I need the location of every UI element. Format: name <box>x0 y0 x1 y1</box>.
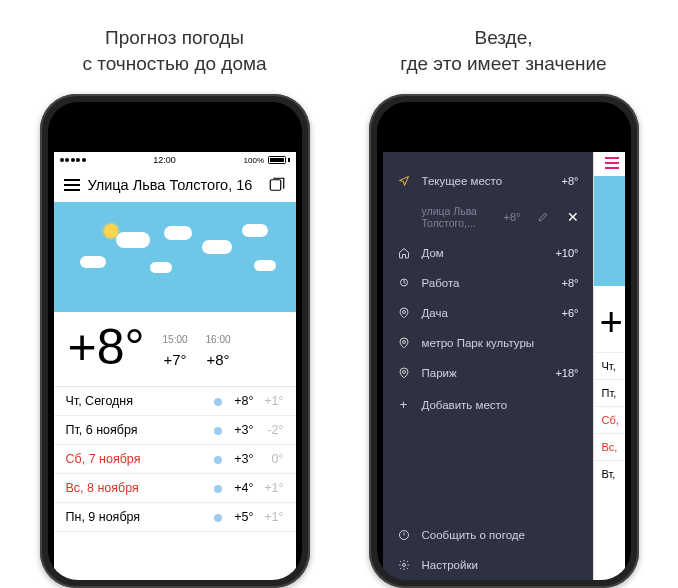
preview-day-row: Вс, <box>594 433 625 460</box>
drawer-item-place[interactable]: метро Парк культуры <box>383 328 593 358</box>
place-label: Работа <box>422 277 551 289</box>
day-row[interactable]: Чт, Сегодня +8° +1° <box>54 387 296 416</box>
day-low: +1° <box>254 510 284 524</box>
status-bar: 12:00 100% <box>54 152 296 168</box>
day-low: +1° <box>254 481 284 495</box>
place-temp: +6° <box>562 307 579 319</box>
place-temp: +8° <box>562 277 579 289</box>
day-label: Пт, 6 ноября <box>66 423 210 437</box>
day-high: +3° <box>224 423 254 437</box>
day-low: +1° <box>254 394 284 408</box>
place-label: Дом <box>422 247 545 259</box>
preview-day-row: Вт, <box>594 460 625 487</box>
svg-point-2 <box>402 311 405 314</box>
preview-day-row: Чт, <box>594 352 625 379</box>
day-low: -2° <box>254 423 284 437</box>
svg-rect-0 <box>270 180 281 191</box>
places-drawer: Текущее место +8° улица Льва Толстого,..… <box>383 152 593 580</box>
drawer-settings[interactable]: Настройки <box>383 550 593 580</box>
daily-forecast-list[interactable]: Чт, Сегодня +8° +1°Пт, 6 ноября +3° -2°С… <box>54 386 296 532</box>
svg-point-6 <box>402 564 405 567</box>
current-temp: +8° <box>68 322 145 372</box>
current-weather: +8° 15:00 +7° 16:00 +8° <box>54 312 296 386</box>
main-screen-peek[interactable]: + Чт,Пт,Сб,Вс,Вт, <box>593 152 625 580</box>
day-high: +8° <box>224 394 254 408</box>
place-temp: +10° <box>555 247 578 259</box>
place-label: Париж <box>422 367 545 379</box>
battery-icon: 100% <box>244 156 290 165</box>
menu-button[interactable] <box>605 157 619 169</box>
card-icon[interactable] <box>268 176 286 194</box>
pin-icon <box>397 337 411 349</box>
close-icon[interactable]: ✕ <box>567 209 579 225</box>
day-row[interactable]: Пн, 9 ноября +5° +1° <box>54 503 296 532</box>
pin-icon <box>397 367 411 379</box>
pin-icon <box>397 307 411 319</box>
sky-illustration <box>54 202 296 312</box>
svg-point-3 <box>402 341 405 344</box>
day-high: +3° <box>224 452 254 466</box>
home-icon <box>397 247 411 259</box>
day-row[interactable]: Сб, 7 ноября +3° 0° <box>54 445 296 474</box>
location-arrow-icon <box>397 175 411 187</box>
caption-right: Везде, где это имеет значение <box>400 25 606 76</box>
hourly-item: 15:00 +7° <box>163 334 188 368</box>
promo-panel-right: Везде, где это имеет значение Текущее ме… <box>359 0 648 588</box>
drawer-item-place[interactable]: Дом +10° <box>383 238 593 268</box>
place-label: метро Парк культуры <box>422 337 568 349</box>
plus-icon: + <box>397 397 411 412</box>
place-temp: +18° <box>555 367 578 379</box>
menu-button[interactable] <box>64 179 80 191</box>
preview-day-row: Сб, <box>594 406 625 433</box>
pencil-icon[interactable] <box>538 212 548 222</box>
location-title[interactable]: Улица Льва Толстого, 16 <box>88 177 260 193</box>
caption-left: Прогноз погоды с точностью до дома <box>82 25 266 76</box>
hourly-item: 16:00 +8° <box>206 334 231 368</box>
day-row[interactable]: Пт, 6 ноября +3° -2° <box>54 416 296 445</box>
gear-icon <box>397 559 411 571</box>
status-time: 12:00 <box>153 155 176 165</box>
drawer-add-place[interactable]: + Добавить место <box>383 388 593 421</box>
day-high: +5° <box>224 510 254 524</box>
drawer-item-editing[interactable]: улица Льва Толстого,... +8° ✕ <box>383 196 593 238</box>
work-icon <box>397 277 411 289</box>
drawer-item-place[interactable]: Дача +6° <box>383 298 593 328</box>
drawer-item-place[interactable]: Париж +18° <box>383 358 593 388</box>
promo-panel-left: Прогноз погоды с точностью до дома 12:00… <box>30 0 319 588</box>
hourly-forecast: 15:00 +7° 16:00 +8° <box>163 334 231 368</box>
day-row[interactable]: Вс, 8 ноября +4° +1° <box>54 474 296 503</box>
phone-mockup-right: Текущее место +8° улица Льва Толстого,..… <box>369 94 639 588</box>
drawer-feedback[interactable]: Сообщить о погоде <box>383 520 593 550</box>
app-header: Улица Льва Толстого, 16 <box>54 168 296 202</box>
day-label: Чт, Сегодня <box>66 394 210 408</box>
day-low: 0° <box>254 452 284 466</box>
temp-peek: + <box>600 300 623 345</box>
place-label: Дача <box>422 307 551 319</box>
chat-icon <box>397 529 411 541</box>
day-label: Вс, 8 ноября <box>66 481 210 495</box>
preview-day-row: Пт, <box>594 379 625 406</box>
day-high: +4° <box>224 481 254 495</box>
signal-dots-icon <box>60 158 86 162</box>
phone-mockup-left: 12:00 100% Улица Льва Толстого, 16 <box>40 94 310 588</box>
drawer-item-place[interactable]: Работа +8° <box>383 268 593 298</box>
day-label: Сб, 7 ноября <box>66 452 210 466</box>
drawer-item-current-location[interactable]: Текущее место +8° <box>383 166 593 196</box>
svg-point-4 <box>402 371 405 374</box>
day-label: Пн, 9 ноября <box>66 510 210 524</box>
